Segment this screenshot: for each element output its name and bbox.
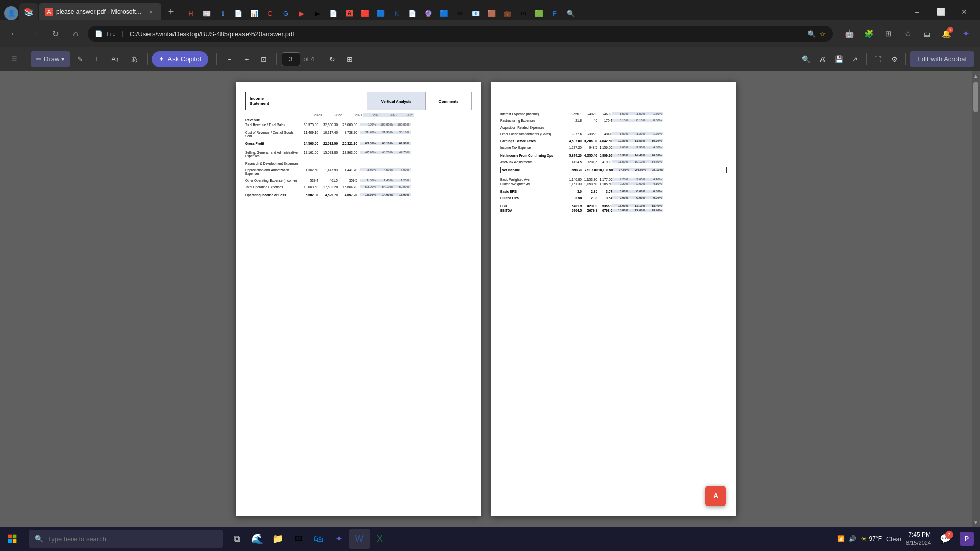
adobe-acrobat-button[interactable]: A <box>705 486 726 506</box>
fav-hinge[interactable]: H <box>184 6 198 20</box>
tab-pdf[interactable]: A please answer.pdf - Microsoft Edge ✕ <box>39 3 161 20</box>
zoom-out-button[interactable]: − <box>222 52 236 66</box>
taskbar-search-bar[interactable]: 🔍 <box>29 530 223 548</box>
fav-item-17[interactable]: 🟦 <box>437 6 451 20</box>
fullscreen-button[interactable]: ⛶ <box>871 52 885 66</box>
mail-taskbar-icon[interactable]: ✉ <box>288 529 308 549</box>
copilot-address-icon[interactable]: 🤖 <box>841 26 857 42</box>
maximize-button[interactable]: ⬜ <box>929 3 952 20</box>
settings-button[interactable]: ⚙ <box>887 52 901 66</box>
scroll-down-button[interactable]: ▼ <box>972 518 980 527</box>
fav-item-6[interactable]: C <box>263 6 277 20</box>
lang-button[interactable]: あ <box>126 51 143 67</box>
collections-icon[interactable]: 🗂 <box>919 26 935 42</box>
fav-item-23[interactable]: 🟩 <box>532 6 546 20</box>
copilot-button[interactable]: ✦ Ask Copilot <box>152 51 208 67</box>
rotate-button[interactable]: ↻ <box>325 52 339 66</box>
fav-item-15[interactable]: 📄 <box>405 6 420 20</box>
profile-icon[interactable]: 👤 <box>4 6 18 20</box>
favorites-icon[interactable]: ☆ <box>899 26 916 42</box>
page-number-input[interactable] <box>282 52 300 66</box>
fav-facebook[interactable]: F <box>548 6 562 20</box>
explorer-taskbar-icon[interactable]: 📁 <box>267 529 288 549</box>
new-tab-button[interactable]: + <box>162 3 180 20</box>
fav-item-20[interactable]: 🟫 <box>484 6 499 20</box>
fav-item-13[interactable]: 🟦 <box>374 6 388 20</box>
vertical-scrollbar[interactable]: ▲ ▼ <box>972 71 980 527</box>
weather-widget[interactable]: ☀ 97°F <box>861 535 882 543</box>
edit-acrobat-button[interactable]: Edit with Acrobat <box>910 51 974 67</box>
val-2023: 11,409.10 <box>301 131 321 134</box>
font-size-button[interactable]: A↕ <box>106 51 124 67</box>
volume-icon[interactable]: 🔊 <box>849 535 856 542</box>
fav-item-22[interactable]: ✉ <box>516 6 530 20</box>
save-button[interactable]: 💾 <box>831 52 846 66</box>
copilot-taskbar-icon[interactable]: ✦ <box>329 529 349 549</box>
draw-button[interactable]: ✏ Draw ▾ <box>31 51 70 67</box>
forward-button[interactable]: → <box>27 26 43 42</box>
tab-close-button[interactable]: ✕ <box>146 7 155 16</box>
copilot-icon[interactable]: ✦ <box>958 26 974 42</box>
back-button[interactable]: ← <box>6 26 22 42</box>
draw-dropdown[interactable]: ▾ <box>61 55 65 63</box>
scroll-up-button[interactable]: ▲ <box>972 71 980 80</box>
taskbar-search-input[interactable] <box>47 535 216 543</box>
row-label: Operating Income or Loss <box>245 193 301 197</box>
task-view-button[interactable]: ⧉ <box>227 529 247 549</box>
fav-outlook[interactable]: 📧 <box>469 6 483 20</box>
share-button[interactable]: ↗ <box>848 52 862 66</box>
fav-teams[interactable]: 💼 <box>500 6 514 20</box>
edge-taskbar-icon[interactable]: 🌊 <box>247 529 267 549</box>
fav-item-18[interactable]: ✉ <box>453 6 467 20</box>
fav-item-9[interactable]: ▶ <box>310 6 325 20</box>
refresh-button[interactable]: ↻ <box>47 26 63 42</box>
extensions-icon[interactable]: 🧩 <box>861 26 877 42</box>
row-values: 3.58 2.83 3.54 <box>567 196 612 200</box>
word-taskbar-icon[interactable]: W <box>349 529 370 549</box>
val-2021: 170.4 <box>597 119 612 122</box>
start-button[interactable] <box>0 527 24 551</box>
scroll-thumb[interactable] <box>973 82 978 112</box>
fav-item-4[interactable]: 📄 <box>231 6 246 20</box>
fav-item-14[interactable]: K <box>389 6 404 20</box>
edge-icon: 🌊 <box>251 533 264 545</box>
address-field[interactable] <box>130 30 803 38</box>
network-icon[interactable]: 📶 <box>837 535 845 542</box>
tab-collections[interactable]: 📚 <box>19 3 38 20</box>
minimize-button[interactable]: – <box>905 3 929 20</box>
fav-item-12[interactable]: 🟥 <box>358 6 372 20</box>
search-pdf-button[interactable]: 🔍 <box>799 52 813 66</box>
profile-address-icon[interactable]: 🔔 1 <box>938 26 954 42</box>
fit-page-button[interactable]: ⊡ <box>257 52 271 66</box>
va-2023: -1.50% <box>612 112 629 115</box>
fav-search[interactable]: 🔍 <box>564 6 578 20</box>
toc-button[interactable]: ☰ <box>6 51 22 67</box>
text-button[interactable]: T <box>90 51 104 67</box>
zoom-icon[interactable]: 🔍 <box>807 30 816 38</box>
va-2022: 1.40% <box>377 179 394 182</box>
layout-button[interactable]: ⊞ <box>342 52 357 66</box>
home-button[interactable]: ⌂ <box>67 26 84 42</box>
fav-item-3[interactable]: ℹ <box>215 6 230 20</box>
clear-button[interactable]: Clear <box>886 535 902 543</box>
notification-center[interactable]: 💬 2 <box>935 529 955 549</box>
fav-google[interactable]: G <box>279 6 293 20</box>
fav-item-16[interactable]: 🔮 <box>421 6 435 20</box>
star-icon[interactable]: ☆ <box>820 30 826 38</box>
fav-excel[interactable]: 📊 <box>247 6 261 20</box>
fav-acrobat[interactable]: 🅰 <box>342 6 356 20</box>
clock[interactable]: 7:45 PM 8/15/2024 <box>906 531 931 547</box>
excel-taskbar-icon[interactable]: X <box>370 529 390 549</box>
fav-item-2[interactable]: 📰 <box>200 6 214 20</box>
erase-button[interactable]: ✎ <box>72 51 88 67</box>
store-taskbar-icon[interactable]: 🛍 <box>308 529 329 549</box>
print-button[interactable]: 🖨 <box>815 52 829 66</box>
power-button[interactable]: P <box>960 532 974 546</box>
pdf-viewer[interactable]: Income Statement Vertical Analysis Comme… <box>0 71 972 527</box>
fav-youtube[interactable]: ▶ <box>295 6 309 20</box>
split-screen-icon[interactable]: ⊞ <box>880 26 896 42</box>
zoom-in-button[interactable]: + <box>239 52 254 66</box>
va-2021: 18.40% <box>646 204 663 207</box>
close-button[interactable]: ✕ <box>952 3 976 20</box>
fav-item-10[interactable]: 📄 <box>326 6 340 20</box>
